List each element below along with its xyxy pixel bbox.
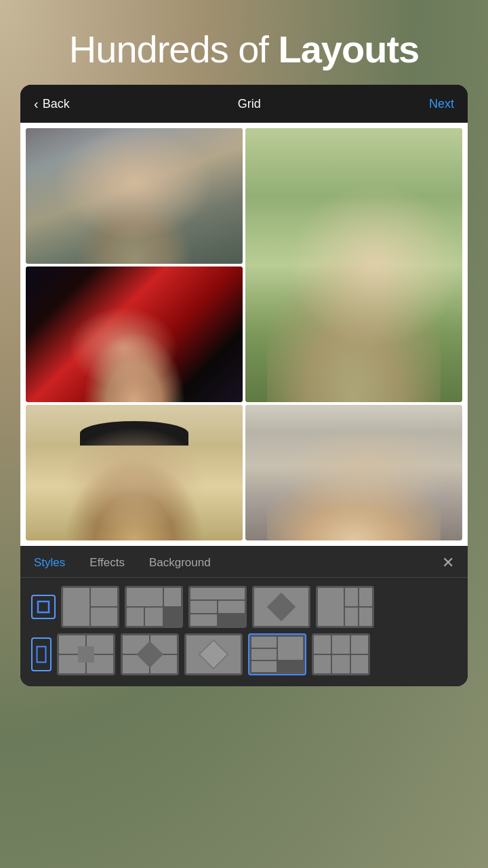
styles-grid <box>20 578 468 686</box>
style-thumb-9[interactable] <box>248 633 306 675</box>
style-thumb-4[interactable] <box>252 586 310 628</box>
toolbar: ‹ Back Grid Next <box>20 85 468 123</box>
photo-cell-3[interactable] <box>26 267 243 402</box>
chevron-left-icon: ‹ <box>34 96 39 112</box>
style-thumb-8[interactable] <box>184 633 243 675</box>
photo-cell-5[interactable] <box>245 405 462 540</box>
back-button[interactable]: ‹ Back <box>34 96 70 112</box>
style-thumb-7[interactable] <box>121 633 179 675</box>
tab-background[interactable]: Background <box>149 556 211 570</box>
style-thumb-3[interactable] <box>188 586 247 628</box>
tabs-row: Styles Effects Background ✕ <box>20 546 468 578</box>
style-thumb-5[interactable] <box>316 586 374 628</box>
heading-line2: Layouts <box>278 28 419 71</box>
toolbar-title: Grid <box>238 97 261 111</box>
back-label: Back <box>43 97 70 111</box>
main-card: ‹ Back Grid Next <box>20 85 468 686</box>
style-thumb-2[interactable] <box>125 586 183 628</box>
svg-rect-1 <box>37 647 46 663</box>
close-button[interactable]: ✕ <box>442 555 454 570</box>
style-thumb-6[interactable] <box>57 633 115 675</box>
selector-icon-square[interactable] <box>31 595 56 619</box>
svg-rect-0 <box>38 601 49 612</box>
style-thumb-10[interactable] <box>312 633 370 675</box>
tab-effects[interactable]: Effects <box>89 556 125 570</box>
tab-styles[interactable]: Styles <box>34 556 65 570</box>
photo-cell-2[interactable] <box>245 128 462 402</box>
selector-icon-tall[interactable] <box>31 637 52 671</box>
bottom-panel: Styles Effects Background ✕ <box>20 546 468 686</box>
photo-grid <box>20 123 468 546</box>
styles-row-2 <box>31 633 457 675</box>
photo-cell-1[interactable] <box>26 128 243 264</box>
photo-cell-4[interactable] <box>26 405 243 540</box>
next-button[interactable]: Next <box>429 97 454 111</box>
heading-line1: Hundreds of <box>69 28 268 71</box>
heading-area: Hundreds of Layouts <box>0 0 488 85</box>
styles-row-1 <box>31 586 457 628</box>
style-thumb-1[interactable] <box>61 586 119 628</box>
